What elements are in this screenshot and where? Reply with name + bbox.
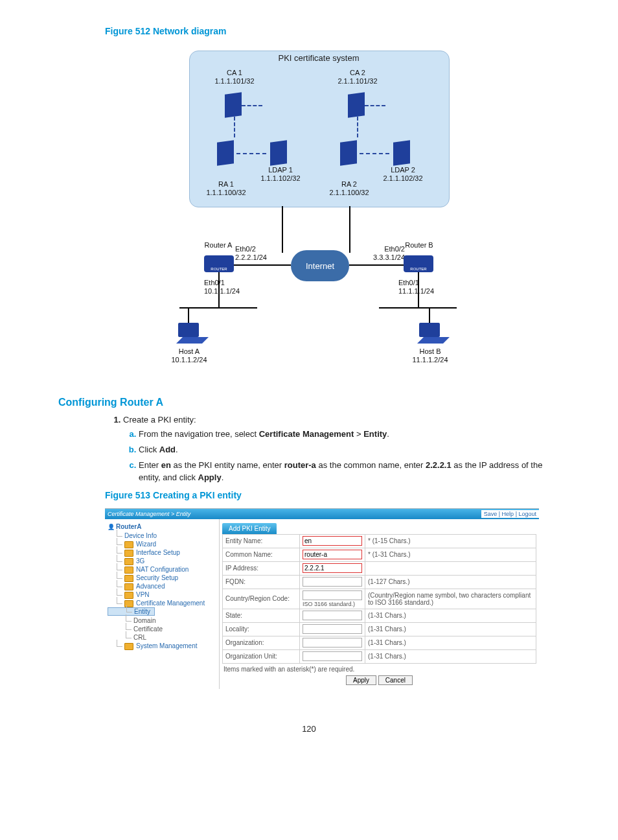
tree-nat[interactable]: NAT Configuration [108, 565, 219, 574]
hostb-label: Host B 11.1.1.2/24 [404, 347, 456, 364]
entity-name-input[interactable] [303, 536, 362, 546]
routera-iface-out: Eth0/2 2.2.2.1/24 [235, 245, 287, 261]
ldap2-label: LDAP 2 2.1.1.102/32 [377, 166, 429, 182]
fqdn-label: FQDN: [223, 575, 300, 589]
tree-security[interactable]: Security Setup [108, 574, 219, 582]
host-base [176, 337, 209, 344]
server-icon [340, 140, 357, 166]
ui-screenshot: Certificate Management > Entity Save | H… [105, 508, 539, 689]
tree-device-info[interactable]: Device Info [108, 531, 219, 540]
tree-advanced[interactable]: Advanced [108, 582, 219, 590]
ou-input[interactable] [303, 651, 362, 661]
link-line [379, 307, 457, 309]
country-input[interactable] [303, 590, 362, 600]
common-name-hint: * (1-31 Chars.) [365, 548, 536, 561]
navigation-tree: RouterA Device Info Wizard Interface Set… [105, 519, 220, 689]
fqdn-hint: (1-127 Chars.) [365, 575, 536, 589]
figure-513-title: Figure 513 Creating a PKI entity [105, 490, 560, 500]
tree-crl[interactable]: CRL [108, 633, 219, 642]
common-name-input[interactable] [303, 550, 362, 559]
folder-icon [124, 550, 133, 557]
ou-hint: (1-31 Chars.) [365, 649, 536, 663]
page-number: 120 [58, 724, 560, 734]
ra1-label: RA 1 1.1.1.100/32 [200, 180, 252, 196]
tree-interface-setup[interactable]: Interface Setup [108, 548, 219, 557]
ca1-label: CA 1 1.1.1.101/32 [209, 69, 260, 85]
ip-address-input[interactable] [303, 563, 362, 573]
state-input[interactable] [303, 611, 362, 620]
routerb-iface-in: Eth0/1 11.1.1.1/24 [398, 279, 450, 295]
link-dashed [360, 153, 389, 154]
hosta-label: Host A 10.1.1.2/24 [163, 347, 215, 364]
entity-name-label: Entity Name: [223, 534, 300, 548]
state-hint: (1-31 Chars.) [365, 609, 536, 622]
ra1-addr: 1.1.1.100/32 [206, 189, 246, 196]
link-dashed [357, 117, 358, 137]
tree-certificate[interactable]: Certificate [108, 625, 219, 633]
figure-512-title: Figure 512 Network diagram [105, 26, 560, 36]
host-icon [419, 323, 440, 337]
link-line [418, 272, 419, 307]
ca1-name: CA 1 [227, 69, 242, 76]
tree-3g[interactable]: 3G [108, 557, 219, 565]
link-line [188, 307, 189, 323]
router-icon [204, 255, 234, 272]
section-heading: Configuring Router A [58, 397, 560, 408]
locality-hint: (1-31 Chars.) [365, 622, 536, 636]
ra2-name: RA 2 [341, 180, 357, 188]
locality-label: Locality: [223, 622, 300, 636]
tree-wizard[interactable]: Wizard [108, 540, 219, 548]
pki-system-label: PKI certificate system [189, 53, 448, 63]
ldap1-label: LDAP 1 1.1.1.102/32 [255, 166, 306, 182]
router-icon [404, 255, 433, 272]
locality-input[interactable] [303, 624, 362, 634]
tab-add-pki-entity[interactable]: Add PKI Entity [222, 523, 277, 534]
link-line [218, 272, 220, 307]
ca2-name: CA 2 [350, 69, 365, 76]
step-1b: Click Add. [139, 444, 560, 456]
cancel-button[interactable]: Cancel [378, 675, 413, 685]
breadcrumb: Certificate Management > Entity [105, 511, 190, 517]
breadcrumb-bar: Certificate Management > Entity Save | H… [105, 509, 539, 519]
routera-iface-in: Eth0/1 10.1.1.1/24 [204, 279, 256, 295]
apply-button[interactable]: Apply [346, 675, 376, 685]
tree-domain[interactable]: Domain [108, 616, 219, 625]
country-label: Country/Region Code: [223, 589, 300, 609]
network-diagram: PKI certificate system CA 1 1.1.1.101/32… [166, 44, 452, 381]
org-label: Organization: [223, 636, 300, 649]
link-line [349, 206, 350, 253]
server-icon [225, 92, 242, 118]
routerb-iface-out: Eth0/2 3.3.3.1/24 [353, 245, 405, 261]
org-hint: (1-31 Chars.) [365, 636, 536, 649]
tree-vpn[interactable]: VPN [108, 590, 219, 599]
org-input[interactable] [303, 638, 362, 648]
ca1-addr: 1.1.1.101/32 [214, 77, 254, 85]
link-dashed [234, 117, 235, 137]
server-icon [393, 140, 410, 166]
ip-address-label: IP Address: [223, 561, 300, 575]
folder-icon [124, 643, 133, 650]
entity-name-hint: * (1-15 Chars.) [365, 534, 536, 548]
server-icon [270, 140, 287, 166]
ldap2-name: LDAP 2 [391, 166, 415, 174]
top-links[interactable]: Save | Help | Logout [481, 510, 539, 518]
fqdn-input[interactable] [303, 577, 362, 587]
server-icon [217, 140, 234, 166]
server-icon [348, 92, 365, 118]
ldap1-name: LDAP 1 [268, 166, 293, 174]
ra2-label: RA 2 2.1.1.100/32 [323, 180, 375, 196]
form-panel: Add PKI Entity Entity Name: * (1-15 Char… [220, 519, 539, 689]
link-line [429, 307, 430, 323]
tree-sysmgmt[interactable]: System Management [108, 642, 219, 650]
step-1-text: Create a PKI entity: [123, 415, 196, 425]
ca2-addr: 2.1.1.101/32 [338, 77, 377, 85]
step-1: Create a PKI entity: From the navigation… [123, 415, 560, 484]
folder-icon [124, 583, 133, 590]
link-line [234, 264, 291, 266]
tree-cert-mgmt[interactable]: Certificate Management [108, 599, 219, 607]
state-label: State: [223, 609, 300, 622]
device-root[interactable]: RouterA [108, 522, 219, 531]
link-line [179, 307, 257, 309]
common-name-label: Common Name: [223, 548, 300, 561]
required-note: Items marked with an asterisk(*) are req… [222, 666, 536, 673]
